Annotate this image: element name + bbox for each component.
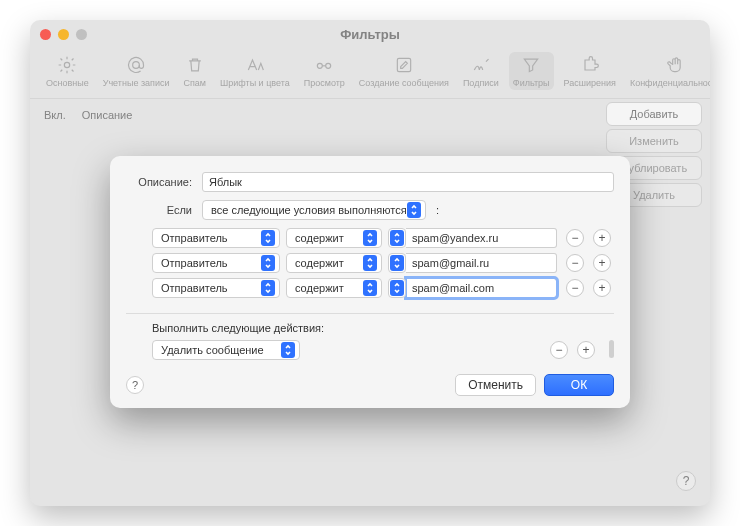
condition-value-type-popup[interactable] bbox=[388, 228, 406, 248]
hand-icon bbox=[665, 54, 687, 76]
trash-icon bbox=[184, 54, 206, 76]
chevron-updown-icon bbox=[407, 202, 421, 218]
svg-point-0 bbox=[65, 62, 70, 67]
toolbar-general[interactable]: Основные bbox=[42, 52, 93, 90]
toolbar-label: Учетные записи bbox=[103, 78, 170, 88]
condition-value-wrap bbox=[388, 253, 557, 273]
remove-condition-button[interactable]: − bbox=[566, 229, 584, 247]
actions-area: Выполнить следующие действия: Удалить со… bbox=[152, 322, 614, 360]
help-button[interactable]: ? bbox=[676, 471, 696, 491]
toolbar-label: Шрифты и цвета bbox=[220, 78, 290, 88]
preferences-toolbar: Основные Учетные записи Спам Шрифты и цв… bbox=[30, 48, 710, 99]
remove-action-button[interactable]: − bbox=[550, 341, 568, 359]
toolbar-composing[interactable]: Создание сообщения bbox=[355, 52, 453, 90]
condition-value-type-popup[interactable] bbox=[388, 253, 406, 273]
condition-field-popup[interactable]: Отправитель bbox=[152, 228, 280, 248]
chevron-updown-icon bbox=[363, 230, 377, 246]
perform-actions-label: Выполнить следующие действия: bbox=[152, 322, 614, 334]
condition-field-value: Отправитель bbox=[161, 282, 228, 294]
condition-field-value: Отправитель bbox=[161, 232, 228, 244]
action-row: Удалить сообщение − + bbox=[152, 340, 614, 360]
toolbar-label: Спам bbox=[183, 78, 206, 88]
titlebar: Фильтры bbox=[30, 20, 710, 48]
description-input[interactable] bbox=[202, 172, 614, 192]
condition-value-input[interactable] bbox=[406, 278, 557, 298]
description-row: Описание: bbox=[126, 172, 614, 192]
condition-scope-value: все следующие условия выполняются bbox=[211, 204, 407, 216]
toolbar-label: Просмотр bbox=[304, 78, 345, 88]
ok-button[interactable]: ОК bbox=[544, 374, 614, 396]
sheet-footer: ? Отменить ОК bbox=[126, 374, 614, 396]
chevron-updown-icon bbox=[261, 230, 275, 246]
toolbar-accounts[interactable]: Учетные записи bbox=[99, 52, 174, 90]
chevron-updown-icon bbox=[363, 280, 377, 296]
glasses-icon bbox=[313, 54, 335, 76]
condition-row: Отправительсодержит−+ bbox=[152, 228, 611, 248]
toolbar-label: Создание сообщения bbox=[359, 78, 449, 88]
actions-scrollbar[interactable] bbox=[609, 340, 614, 358]
rule-editor-sheet: Описание: Если все следующие условия вып… bbox=[110, 156, 630, 408]
add-condition-button[interactable]: + bbox=[593, 254, 611, 272]
condition-scope-popup[interactable]: все следующие условия выполняются bbox=[202, 200, 426, 220]
add-condition-button[interactable]: + bbox=[593, 229, 611, 247]
toolbar-label: Фильтры bbox=[513, 78, 550, 88]
sheet-help-button[interactable]: ? bbox=[126, 376, 144, 394]
condition-value-input[interactable] bbox=[406, 228, 557, 248]
compose-icon bbox=[393, 54, 415, 76]
condition-operator-popup[interactable]: содержит bbox=[286, 228, 382, 248]
toolbar-rules[interactable]: Фильтры bbox=[509, 52, 554, 90]
edit-rule-button[interactable]: Изменить bbox=[606, 129, 702, 153]
add-rule-button[interactable]: Добавить bbox=[606, 102, 702, 126]
svg-rect-4 bbox=[397, 58, 410, 71]
puzzle-icon bbox=[579, 54, 601, 76]
condition-value-input[interactable] bbox=[406, 253, 557, 273]
chevron-updown-icon bbox=[390, 280, 404, 296]
if-row: Если все следующие условия выполняются : bbox=[126, 200, 614, 220]
window-title: Фильтры bbox=[30, 27, 710, 42]
svg-point-3 bbox=[326, 63, 331, 68]
toolbar-extensions[interactable]: Расширения bbox=[560, 52, 620, 90]
condition-operator-value: содержит bbox=[295, 282, 344, 294]
remove-condition-button[interactable]: − bbox=[566, 279, 584, 297]
condition-value-wrap bbox=[388, 278, 557, 298]
condition-value-type-popup[interactable] bbox=[388, 278, 406, 298]
condition-field-popup[interactable]: Отправитель bbox=[152, 253, 280, 273]
chevron-updown-icon bbox=[261, 280, 275, 296]
condition-field-value: Отправитель bbox=[161, 257, 228, 269]
toolbar-viewing[interactable]: Просмотр bbox=[300, 52, 349, 90]
chevron-updown-icon bbox=[261, 255, 275, 271]
condition-operator-value: содержит bbox=[295, 257, 344, 269]
at-icon bbox=[125, 54, 147, 76]
condition-field-popup[interactable]: Отправитель bbox=[152, 278, 280, 298]
description-label: Описание: bbox=[126, 176, 192, 188]
toolbar-signatures[interactable]: Подписи bbox=[459, 52, 503, 90]
toolbar-label: Основные bbox=[46, 78, 89, 88]
add-condition-button[interactable]: + bbox=[593, 279, 611, 297]
chevron-updown-icon bbox=[390, 230, 404, 246]
cancel-button[interactable]: Отменить bbox=[455, 374, 536, 396]
chevron-updown-icon bbox=[390, 255, 404, 271]
toolbar-junk[interactable]: Спам bbox=[179, 52, 210, 90]
condition-row: Отправительсодержит−+ bbox=[152, 253, 611, 273]
gear-icon bbox=[56, 54, 78, 76]
action-type-popup[interactable]: Удалить сообщение bbox=[152, 340, 300, 360]
fonts-icon bbox=[244, 54, 266, 76]
separator bbox=[126, 313, 614, 314]
toolbar-privacy[interactable]: Конфиденциальность bbox=[626, 52, 710, 90]
col-enabled: Вкл. bbox=[44, 109, 66, 121]
add-action-button[interactable]: + bbox=[577, 341, 595, 359]
toolbar-fonts[interactable]: Шрифты и цвета bbox=[216, 52, 294, 90]
chevron-updown-icon bbox=[363, 255, 377, 271]
svg-point-1 bbox=[133, 62, 140, 69]
filter-icon bbox=[520, 54, 542, 76]
remove-condition-button[interactable]: − bbox=[566, 254, 584, 272]
toolbar-label: Конфиденциальность bbox=[630, 78, 710, 88]
action-type-value: Удалить сообщение bbox=[161, 344, 264, 356]
chevron-updown-icon bbox=[281, 342, 295, 358]
conditions-list: Отправительсодержит−+Отправительсодержит… bbox=[152, 228, 614, 303]
svg-point-2 bbox=[318, 63, 323, 68]
condition-operator-value: содержит bbox=[295, 232, 344, 244]
condition-operator-popup[interactable]: содержит bbox=[286, 253, 382, 273]
col-description: Описание bbox=[82, 109, 133, 121]
condition-operator-popup[interactable]: содержит bbox=[286, 278, 382, 298]
